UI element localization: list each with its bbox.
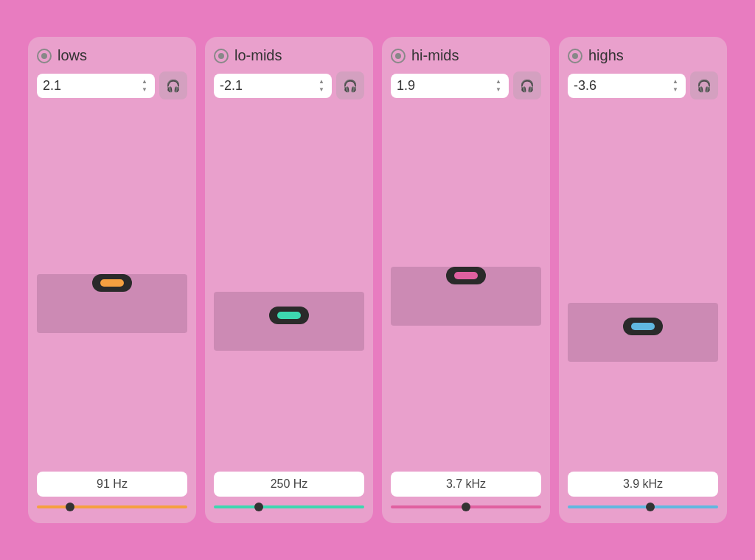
freq-display-highs: 3.9 kHz — [568, 472, 718, 497]
fader-handle-hi-mids[interactable] — [446, 267, 486, 284]
controls-row-highs: -3.6 ▲ ▼ 🎧 — [568, 71, 718, 99]
radio-icon-lows[interactable] — [37, 49, 52, 63]
band-highs: highs -3.6 ▲ ▼ 🎧 3 — [559, 37, 727, 523]
freq-dot-lo-mids — [254, 503, 263, 511]
value-display-highs: -3.6 — [574, 78, 596, 94]
value-display-hi-mids: 1.9 — [397, 78, 415, 94]
fader-handle-color-lo-mids — [277, 312, 301, 319]
band-label-lows: lows — [58, 47, 87, 64]
freq-slider-lows[interactable] — [37, 501, 187, 513]
stepper-up-lo-mids[interactable]: ▲ — [317, 78, 326, 85]
fader-handle-highs[interactable] — [623, 318, 663, 335]
value-display-lows: 2.1 — [43, 78, 61, 94]
freq-track-highs — [568, 505, 718, 508]
controls-row-hi-mids: 1.9 ▲ ▼ 🎧 — [391, 71, 541, 99]
headphone-icon-lo-mids: 🎧 — [343, 79, 358, 93]
freq-dot-highs — [646, 503, 655, 511]
stepper-down-lo-mids[interactable]: ▼ — [317, 86, 326, 94]
fader-area-lo-mids[interactable] — [214, 105, 364, 472]
controls-row-lows: 2.1 ▲ ▼ 🎧 — [37, 71, 187, 99]
band-label-highs: highs — [588, 47, 624, 64]
radio-icon-hi-mids[interactable] — [391, 49, 406, 63]
value-display-lo-mids: -2.1 — [220, 78, 243, 94]
eq-container: lows 2.1 ▲ ▼ 🎧 91 — [16, 25, 739, 535]
band-header-lows: lows — [37, 47, 187, 64]
headphone-btn-highs[interactable]: 🎧 — [690, 71, 718, 99]
radio-icon-lo-mids[interactable] — [214, 49, 229, 63]
radio-icon-highs[interactable] — [568, 49, 582, 63]
value-box-lo-mids: -2.1 ▲ ▼ — [214, 74, 332, 98]
stepper-up-lows[interactable]: ▲ — [140, 78, 149, 85]
fader-area-lows[interactable] — [37, 105, 187, 472]
fader-area-hi-mids[interactable] — [391, 105, 541, 472]
band-header-lo-mids: lo-mids — [214, 47, 364, 64]
headphone-icon-highs: 🎧 — [697, 79, 711, 93]
value-box-lows: 2.1 ▲ ▼ — [37, 74, 155, 98]
headphone-icon-hi-mids: 🎧 — [520, 79, 535, 93]
band-header-hi-mids: hi-mids — [391, 47, 541, 64]
freq-slider-hi-mids[interactable] — [391, 501, 541, 513]
stepper-lows: ▲ ▼ — [140, 78, 149, 94]
freq-slider-lo-mids[interactable] — [214, 501, 364, 513]
stepper-up-hi-mids[interactable]: ▲ — [494, 78, 503, 85]
stepper-down-highs[interactable]: ▼ — [671, 86, 680, 94]
stepper-lo-mids: ▲ ▼ — [317, 78, 326, 94]
value-box-highs: -3.6 ▲ ▼ — [568, 74, 686, 98]
freq-track-lows — [37, 505, 187, 508]
band-label-lo-mids: lo-mids — [234, 47, 282, 64]
headphone-icon-lows: 🎧 — [166, 79, 181, 93]
fader-area-highs[interactable] — [568, 105, 718, 472]
fader-handle-lo-mids[interactable] — [269, 307, 309, 324]
freq-track-hi-mids — [391, 505, 541, 508]
freq-display-hi-mids: 3.7 kHz — [391, 472, 541, 497]
freq-slider-highs[interactable] — [568, 501, 718, 513]
stepper-down-hi-mids[interactable]: ▼ — [494, 86, 503, 94]
band-label-hi-mids: hi-mids — [411, 47, 459, 64]
freq-display-lo-mids: 250 Hz — [214, 472, 364, 497]
stepper-down-lows[interactable]: ▼ — [140, 86, 149, 94]
freq-track-lo-mids — [214, 505, 364, 508]
freq-dot-hi-mids — [462, 503, 470, 511]
controls-row-lo-mids: -2.1 ▲ ▼ 🎧 — [214, 71, 364, 99]
band-hi-mids: hi-mids 1.9 ▲ ▼ 🎧 — [382, 37, 550, 523]
stepper-up-highs[interactable]: ▲ — [671, 78, 680, 85]
band-lo-mids: lo-mids -2.1 ▲ ▼ 🎧 — [205, 37, 373, 523]
stepper-highs: ▲ ▼ — [671, 78, 680, 94]
headphone-btn-lows[interactable]: 🎧 — [159, 71, 187, 99]
headphone-btn-lo-mids[interactable]: 🎧 — [336, 71, 364, 99]
freq-display-lows: 91 Hz — [37, 472, 187, 497]
stepper-hi-mids: ▲ ▼ — [494, 78, 503, 94]
fader-handle-color-lows — [100, 279, 124, 287]
band-lows: lows 2.1 ▲ ▼ 🎧 91 — [28, 37, 196, 523]
fader-handle-color-hi-mids — [454, 272, 478, 279]
fader-handle-lows[interactable] — [92, 274, 132, 292]
band-header-highs: highs — [568, 47, 718, 64]
headphone-btn-hi-mids[interactable]: 🎧 — [513, 71, 541, 99]
value-box-hi-mids: 1.9 ▲ ▼ — [391, 74, 509, 98]
fader-handle-color-highs — [631, 323, 655, 330]
freq-dot-lows — [66, 503, 74, 511]
